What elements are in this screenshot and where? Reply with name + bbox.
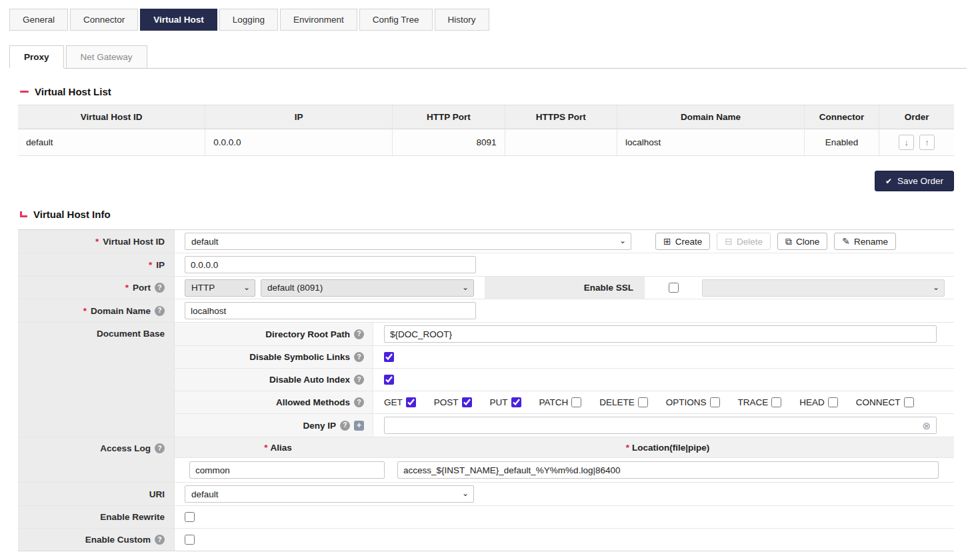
tab-virtual-host[interactable]: Virtual Host [140,9,217,31]
tab-history[interactable]: History [435,9,489,31]
help-icon[interactable]: ? [155,443,165,453]
save-order-button[interactable]: ✔ Save Order [875,171,954,191]
clone-button[interactable]: ⧉ Clone [777,233,827,250]
method-head-checkbox[interactable] [828,397,838,407]
field-label-document-base: Document Base [18,323,175,437]
domain-name-input[interactable] [185,302,476,319]
cell-https-port [505,129,617,156]
help-icon[interactable]: ? [155,535,165,545]
help-icon[interactable]: ? [354,352,364,362]
row-uri: URI default ⌄ [18,483,954,506]
access-log-location-input[interactable] [397,461,939,479]
required-marker: * [125,283,129,293]
required-marker: * [626,443,629,453]
method-put: PUT [490,397,521,407]
col-virtual-host-id: Virtual Host ID [18,105,205,129]
tab-proxy[interactable]: Proxy [9,45,64,69]
row-directory-root-path: Directory Root Path ? [175,323,954,346]
row-deny-ip: Deny IP ? + ⊗ [175,414,954,437]
help-icon[interactable]: ? [354,397,364,407]
section-corner-icon [20,211,27,217]
help-icon[interactable]: ? [354,329,364,339]
method-post: POST [434,397,472,407]
row-ip: * IP [18,253,954,277]
virtual-host-action-buttons: ⊞ Create ⊟ Delete ⧉ Clone ✎ [655,233,896,250]
port-protocol-select[interactable]: HTTP [185,279,255,297]
port-value-select[interactable]: default (8091) [261,279,474,297]
access-log-alias-input[interactable] [189,461,385,479]
disable-symbolic-links-checkbox[interactable] [384,352,394,362]
help-icon[interactable]: ? [354,375,364,385]
field-label-disable-symbolic-links: Disable Symbolic Links ? [175,346,373,368]
col-ip: IP [205,105,393,129]
row-virtual-host-id: * Virtual Host ID default ⌄ ⊞ Create [18,230,954,253]
tab-general[interactable]: General [9,9,68,31]
create-button[interactable]: ⊞ Create [655,233,710,250]
virtual-host-config-page: General Connector Virtual Host Logging E… [0,0,976,560]
cell-http-port: 8091 [393,129,505,156]
sub-tab-bar: Proxy Net Gateway [9,45,967,69]
col-http-port: HTTP Port [393,105,505,129]
field-label-enable-rewrite: Enable Rewrite [18,506,175,528]
access-log-header-row: * Alias * Location(file|pipe) [175,437,954,458]
col-domain-name: Domain Name [617,105,805,129]
enable-rewrite-checkbox[interactable] [185,512,195,522]
enable-custom-checkbox[interactable] [185,535,195,545]
directory-root-path-input[interactable] [384,325,937,343]
method-trace-checkbox[interactable] [771,397,781,407]
disable-auto-index-checkbox[interactable] [384,375,394,385]
add-deny-ip-icon[interactable]: + [354,421,364,431]
method-delete-checkbox[interactable] [638,397,648,407]
field-label-ip: * IP [18,253,175,276]
save-order-row: ✔ Save Order [18,171,954,191]
method-post-checkbox[interactable] [462,397,472,407]
help-icon[interactable]: ? [155,283,165,293]
tab-logging[interactable]: Logging [219,9,278,31]
method-patch-checkbox[interactable] [571,397,581,407]
rename-button[interactable]: ✎ Rename [834,233,896,250]
uri-select[interactable]: default [185,485,474,503]
delete-button[interactable]: ⊟ Delete [717,233,771,250]
ssl-select [702,279,945,297]
col-https-port: HTTPS Port [505,105,617,129]
field-label-allowed-methods: Allowed Methods ? [175,391,373,413]
tab-net-gateway[interactable]: Net Gateway [66,45,147,68]
clear-input-icon[interactable]: ⊗ [922,421,931,431]
method-head: HEAD [799,397,838,407]
help-icon[interactable]: ? [155,306,165,316]
deny-ip-input[interactable] [384,417,937,434]
proxy-tab-content: Virtual Host List Virtual Host ID IP HTT… [0,86,976,560]
tab-environment[interactable]: Environment [280,9,357,31]
tab-config-tree[interactable]: Config Tree [359,9,433,31]
enable-ssl-checkbox[interactable] [669,283,679,293]
method-options-checkbox[interactable] [710,397,720,407]
cell-virtual-host-id: default [18,129,205,156]
ip-input[interactable] [185,256,476,273]
tab-connector[interactable]: Connector [70,9,138,31]
delete-icon: ⊟ [725,237,733,246]
method-connect: CONNECT [856,397,914,407]
virtual-host-list-title: Virtual Host List [35,86,111,97]
method-connect-checkbox[interactable] [904,397,914,407]
field-label-virtual-host-id: * Virtual Host ID [18,230,175,253]
alias-column-header: * Alias [175,437,381,457]
row-port: * Port ? HTTP ⌄ default (8091) [18,277,954,299]
move-down-button[interactable]: ↓ [899,135,914,150]
create-icon: ⊞ [663,237,671,246]
port-protocol-select-wrap: HTTP ⌄ [185,279,255,297]
method-trace: TRACE [738,397,782,407]
move-up-button[interactable]: ↑ [919,135,935,150]
check-icon: ✔ [885,177,892,185]
cell-connector: Enabled [804,129,879,156]
virtual-host-info-heading: Virtual Host Info [20,209,954,220]
field-label-disable-auto-index: Disable Auto Index ? [175,369,373,391]
method-get-checkbox[interactable] [406,397,416,407]
row-domain-name: * Domain Name ? [18,299,954,323]
method-put-checkbox[interactable] [511,397,521,407]
virtual-host-id-select[interactable]: default [185,233,631,250]
help-icon[interactable]: ? [340,421,350,431]
port-value-select-wrap: default (8091) ⌄ [261,279,474,297]
field-label-enable-custom: Enable Custom ? [18,529,175,551]
cell-order: ↓ ↑ [879,129,954,156]
virtual-host-id-select-wrap: default ⌄ [185,233,631,250]
